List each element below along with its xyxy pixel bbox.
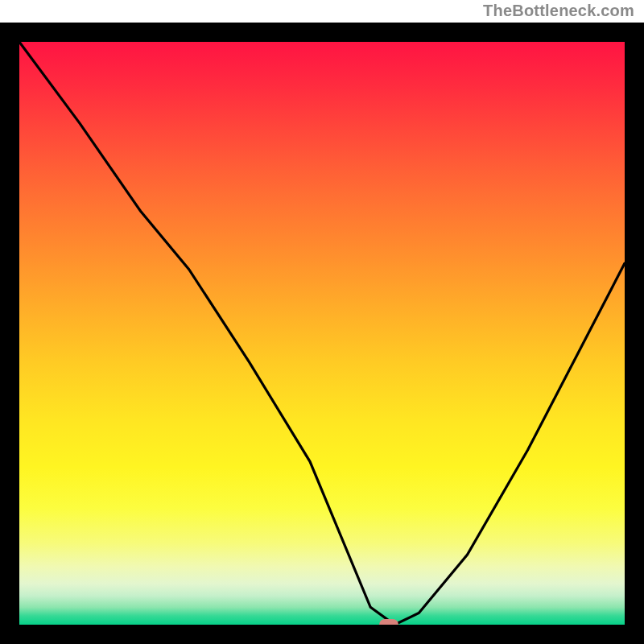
plot-area bbox=[19, 42, 625, 625]
attribution-text: TheBottleneck.com bbox=[483, 2, 634, 20]
chart-frame bbox=[0, 23, 644, 644]
bottleneck-curve bbox=[19, 42, 625, 625]
optimal-point-marker bbox=[379, 619, 398, 625]
